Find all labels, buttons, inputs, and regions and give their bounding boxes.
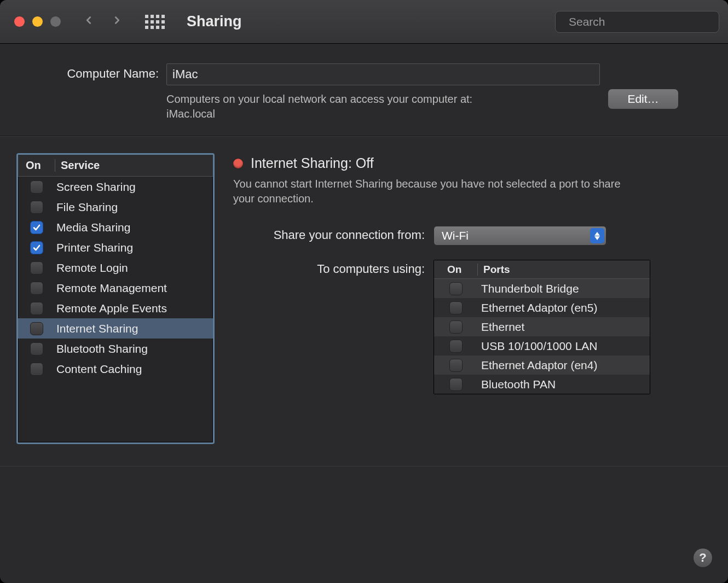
port-checkbox[interactable]: [449, 359, 463, 372]
show-all-button[interactable]: [145, 15, 165, 29]
service-checkbox[interactable]: [30, 363, 43, 376]
service-checkbox[interactable]: [30, 261, 43, 275]
edit-hostname-button[interactable]: Edit…: [608, 89, 679, 109]
minimize-window-button[interactable]: [32, 16, 43, 27]
service-row[interactable]: Content Caching: [18, 359, 213, 379]
port-row[interactable]: USB 10/100/1000 LAN: [434, 336, 650, 355]
port-label: Ethernet: [478, 320, 524, 334]
service-row[interactable]: Media Sharing: [18, 217, 213, 237]
service-checkbox[interactable]: [30, 322, 43, 335]
status-indicator-icon: [233, 159, 243, 168]
port-label: Bluetooth PAN: [478, 378, 556, 391]
close-window-button[interactable]: [14, 16, 25, 27]
service-checkbox[interactable]: [30, 302, 43, 315]
nav-buttons: [83, 14, 123, 29]
status-description: You cannot start Internet Sharing becaus…: [233, 177, 627, 206]
status-title: Internet Sharing: Off: [251, 155, 374, 171]
service-label: Media Sharing: [55, 221, 130, 234]
service-row[interactable]: Remote Login: [18, 258, 213, 278]
service-label: Content Caching: [55, 363, 142, 376]
port-label: Ethernet Adaptor (en4): [478, 359, 597, 372]
ports-header: On Ports: [434, 260, 650, 279]
service-row[interactable]: Screen Sharing: [18, 177, 213, 197]
port-checkbox[interactable]: [449, 282, 463, 295]
port-row[interactable]: Ethernet: [434, 317, 650, 336]
share-from-value: Wi-Fi: [442, 229, 469, 242]
ports-table[interactable]: On Ports Thunderbolt BridgeEthernet Adap…: [434, 260, 650, 394]
to-ports-row: To computers using: On Ports Thunderbolt…: [233, 260, 712, 394]
computer-name-field[interactable]: iMac: [166, 63, 600, 85]
computer-name-section: Computer Name: iMac Computers on your lo…: [0, 44, 728, 136]
divider: [0, 466, 728, 467]
port-label: Ethernet Adaptor (en5): [478, 301, 597, 314]
port-label: USB 10/100/1000 LAN: [478, 340, 597, 353]
service-label: Remote Management: [55, 282, 167, 295]
port-checkbox[interactable]: [449, 320, 463, 334]
service-row[interactable]: File Sharing: [18, 197, 213, 217]
service-label: Remote Apple Events: [55, 302, 167, 315]
chevron-right-icon: [111, 14, 123, 26]
service-detail: Internet Sharing: Off You cannot start I…: [233, 153, 712, 444]
service-row[interactable]: Remote Apple Events: [18, 298, 213, 318]
port-checkbox[interactable]: [449, 340, 463, 353]
share-from-dropdown[interactable]: Wi-Fi: [434, 226, 606, 246]
port-checkbox[interactable]: [449, 301, 463, 314]
service-checkbox[interactable]: [30, 201, 43, 214]
port-row[interactable]: Ethernet Adaptor (en4): [434, 355, 650, 375]
computer-name-note: Computers on your local network can acce…: [166, 92, 600, 121]
computer-name-label: Computer Name:: [49, 63, 159, 81]
service-checkbox[interactable]: [30, 180, 43, 194]
service-label: File Sharing: [55, 201, 118, 214]
port-row[interactable]: Thunderbolt Bridge: [434, 279, 650, 298]
dropdown-arrows-icon: [590, 228, 604, 243]
service-label: Printer Sharing: [55, 241, 133, 254]
service-row[interactable]: Internet Sharing: [18, 318, 213, 339]
service-row[interactable]: Bluetooth Sharing: [18, 339, 213, 359]
port-label: Thunderbolt Bridge: [478, 282, 579, 295]
service-label: Remote Login: [55, 261, 128, 275]
main-content: On Service Screen SharingFile SharingMed…: [0, 136, 728, 460]
window-controls: [14, 16, 61, 27]
ports-col-on: On: [434, 264, 478, 276]
ports-col-ports: Ports: [478, 264, 510, 276]
services-col-on: On: [18, 159, 55, 172]
window-toolbar: Sharing: [0, 0, 728, 44]
to-ports-label: To computers using:: [233, 260, 425, 276]
services-header: On Service: [18, 155, 213, 177]
chevron-left-icon: [83, 14, 95, 26]
services-table[interactable]: On Service Screen SharingFile SharingMed…: [16, 153, 215, 444]
service-checkbox[interactable]: [30, 221, 43, 234]
service-label: Screen Sharing: [55, 180, 136, 194]
zoom-window-button[interactable]: [50, 16, 61, 27]
service-checkbox[interactable]: [30, 282, 43, 295]
service-label: Bluetooth Sharing: [55, 342, 148, 355]
service-checkbox[interactable]: [30, 241, 43, 254]
svg-marker-2: [594, 232, 600, 236]
checkmark-icon: [32, 243, 41, 252]
share-from-label: Share your connection from:: [233, 226, 425, 242]
search-field[interactable]: [555, 11, 719, 33]
back-button[interactable]: [83, 14, 95, 29]
pane-title: Sharing: [187, 13, 242, 30]
services-col-service: Service: [55, 159, 100, 172]
search-input[interactable]: [568, 15, 713, 29]
share-from-row: Share your connection from: Wi-Fi: [233, 226, 712, 246]
checkmark-icon: [32, 223, 41, 232]
forward-button[interactable]: [111, 14, 123, 29]
svg-marker-3: [594, 236, 600, 240]
service-row[interactable]: Remote Management: [18, 278, 213, 298]
service-label: Internet Sharing: [55, 322, 138, 335]
status-line: Internet Sharing: Off: [233, 155, 712, 171]
service-row[interactable]: Printer Sharing: [18, 237, 213, 258]
port-row[interactable]: Bluetooth PAN: [434, 375, 650, 394]
port-checkbox[interactable]: [449, 378, 463, 391]
service-checkbox[interactable]: [30, 342, 43, 355]
port-row[interactable]: Ethernet Adaptor (en5): [434, 298, 650, 317]
help-button[interactable]: ?: [693, 548, 713, 568]
sharing-pref-pane: Sharing Computer Name: iMac Computers on…: [0, 0, 728, 583]
